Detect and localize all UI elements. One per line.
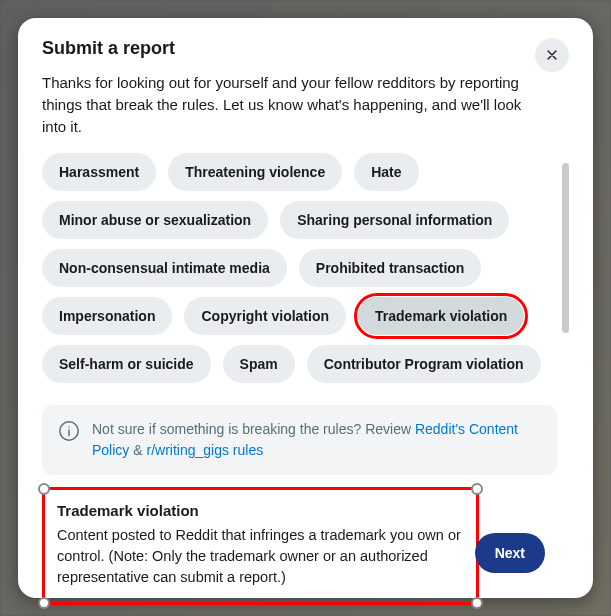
scrollbar[interactable] [562, 163, 569, 363]
report-option-chip[interactable]: Threatening violence [168, 153, 342, 191]
report-option-chip[interactable]: Prohibited transaction [299, 249, 482, 287]
close-icon [544, 47, 560, 63]
info-text: Not sure if something is breaking the ru… [92, 419, 541, 461]
report-option-chip[interactable]: Contributor Program violation [307, 345, 541, 383]
report-option-list: HarassmentThreatening violenceHateMinor … [42, 153, 557, 383]
info-prefix: Not sure if something is breaking the ru… [92, 421, 415, 437]
annotation-handle [471, 483, 483, 495]
scrollbar-thumb[interactable] [562, 163, 569, 333]
rules-link[interactable]: r/writing_gigs rules [146, 442, 263, 458]
report-option-chip[interactable]: Sharing personal information [280, 201, 509, 239]
info-middle: & [129, 442, 146, 458]
report-option-chip[interactable]: Harassment [42, 153, 156, 191]
detail-title: Trademark violation [57, 502, 464, 519]
report-option-chip[interactable]: Hate [354, 153, 418, 191]
modal-intro: Thanks for looking out for yourself and … [42, 72, 542, 137]
next-button[interactable]: Next [475, 533, 545, 573]
detail-body: Content posted to Reddit that infringes … [57, 525, 464, 588]
svg-point-2 [68, 426, 69, 427]
modal-title: Submit a report [42, 38, 175, 59]
report-option-chip[interactable]: Non-consensual intimate media [42, 249, 287, 287]
report-option-chip[interactable]: Spam [223, 345, 295, 383]
report-option-chip[interactable]: Minor abuse or sexualization [42, 201, 268, 239]
close-button[interactable] [535, 38, 569, 72]
report-option-chip[interactable]: Copyright violation [184, 297, 346, 335]
annotation-handle [38, 483, 50, 495]
selected-detail-panel: Trademark violation Content posted to Re… [42, 487, 479, 605]
report-option-chip[interactable]: Self-harm or suicide [42, 345, 211, 383]
info-icon [58, 420, 80, 442]
report-modal: Submit a report Thanks for looking out f… [18, 18, 593, 598]
options-scroll-area: HarassmentThreatening violenceHateMinor … [42, 153, 569, 487]
report-option-chip[interactable]: Impersonation [42, 297, 172, 335]
info-banner: Not sure if something is breaking the ru… [42, 405, 557, 475]
report-option-chip[interactable]: Trademark violation [358, 297, 524, 335]
